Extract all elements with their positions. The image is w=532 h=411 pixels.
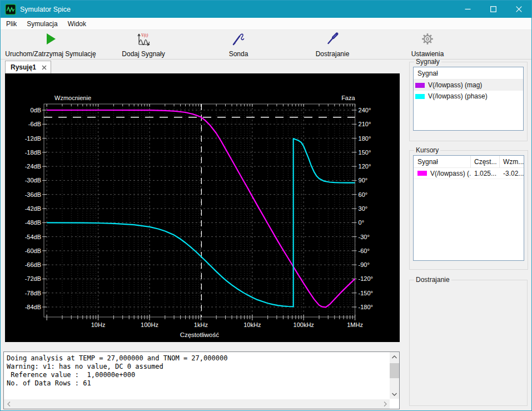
svg-text:0°: 0° bbox=[359, 219, 365, 226]
minimize-icon bbox=[465, 6, 471, 12]
menu-widok[interactable]: Widok bbox=[63, 18, 91, 30]
svg-text:1kHz: 1kHz bbox=[194, 321, 208, 328]
cursor-gain: -3.02... bbox=[500, 170, 524, 177]
cursors-table-header: Sygnał Częst... Wzm... bbox=[414, 156, 524, 168]
app-logo-icon bbox=[5, 4, 16, 15]
tuning-groupbox: Dostrajanie bbox=[409, 276, 528, 406]
minimize-button[interactable] bbox=[455, 1, 480, 18]
signal-row-mag[interactable]: V(/lowpass) (mag) bbox=[414, 80, 523, 91]
scroll-left-button[interactable] bbox=[4, 399, 13, 409]
probe-icon bbox=[231, 31, 246, 47]
svg-text:150°: 150° bbox=[359, 149, 371, 156]
cursor-signal: V(/lowpass) (... bbox=[430, 170, 471, 177]
tuning-group-label: Dostrajanie bbox=[414, 276, 451, 284]
tab-label: Rysuję1 bbox=[11, 63, 36, 71]
run-stop-simulation-button[interactable]: Uruchom/Zatrzymaj Symulację bbox=[1, 31, 101, 58]
scroll-right-button[interactable] bbox=[380, 399, 390, 409]
svg-text:Częstotliwość: Częstotliwość bbox=[180, 331, 220, 338]
svg-text:60°: 60° bbox=[359, 191, 368, 198]
signals-list[interactable]: Sygnał V(/lowpass) (mag) V(/lowpass) (ph… bbox=[413, 67, 524, 131]
svg-text:0dB: 0dB bbox=[30, 107, 41, 113]
signals-groupbox: Sygnały Sygnał V(/lowpass) (mag) V(/lowp… bbox=[409, 58, 528, 141]
probe-button[interactable]: Sonda bbox=[200, 31, 277, 58]
maximize-icon bbox=[490, 6, 496, 12]
svg-text:-48dB: -48dB bbox=[25, 219, 41, 226]
scrollbar-thumb[interactable] bbox=[390, 363, 399, 378]
phase-color-swatch bbox=[415, 94, 425, 99]
svg-text:-60°: -60° bbox=[359, 247, 370, 254]
cursor-color-swatch bbox=[417, 171, 427, 176]
svg-text:Wzmocnienie: Wzmocnienie bbox=[54, 95, 91, 101]
svg-text:-120°: -120° bbox=[359, 275, 373, 282]
svg-text:-42dB: -42dB bbox=[25, 205, 41, 212]
svg-text:120°: 120° bbox=[359, 163, 371, 170]
scroll-up-button[interactable] bbox=[390, 352, 399, 362]
signal-label: V(/lowpass) (phase) bbox=[428, 92, 488, 100]
log-vertical-scrollbar[interactable] bbox=[390, 352, 399, 399]
menu-plik[interactable]: Plik bbox=[1, 18, 22, 30]
signal-row-phase[interactable]: V(/lowpass) (phase) bbox=[414, 91, 523, 102]
cursor-row[interactable]: V(/lowpass) (... 1.025... -3.02... bbox=[414, 168, 524, 179]
maximize-button[interactable] bbox=[480, 1, 506, 18]
menu-symulacja[interactable]: Symulacja bbox=[22, 18, 62, 30]
settings-gear-icon bbox=[421, 31, 434, 47]
svg-text:-30°: -30° bbox=[359, 234, 370, 240]
log-horizontal-scrollbar[interactable] bbox=[4, 399, 390, 409]
tuning-icon bbox=[325, 31, 340, 47]
cursor-frequency: 1.025... bbox=[471, 170, 500, 177]
run-stop-simulation-icon bbox=[44, 31, 57, 47]
svg-text:210°: 210° bbox=[359, 121, 371, 127]
svg-text:-36dB: -36dB bbox=[25, 191, 41, 198]
svg-text:-6dB: -6dB bbox=[28, 121, 41, 127]
svg-text:240°: 240° bbox=[359, 107, 371, 113]
svg-text:-18dB: -18dB bbox=[25, 149, 41, 156]
add-signals-button[interactable]: V(t) Dodaj Sygnały bbox=[100, 31, 187, 58]
column-header-gain[interactable]: Wzm... bbox=[500, 158, 524, 166]
svg-text:180°: 180° bbox=[359, 135, 371, 142]
svg-text:-54dB: -54dB bbox=[25, 234, 41, 240]
tab-rysuje1[interactable]: Rysuję1 bbox=[5, 61, 51, 73]
tab-close-icon[interactable] bbox=[42, 65, 47, 70]
svg-text:-150°: -150° bbox=[359, 290, 373, 296]
svg-text:-78dB: -78dB bbox=[25, 290, 41, 296]
signals-group-label: Sygnały bbox=[414, 58, 441, 66]
svg-text:-72dB: -72dB bbox=[25, 275, 41, 282]
svg-text:-60dB: -60dB bbox=[25, 247, 41, 254]
window-title: Symulator Spice bbox=[20, 6, 71, 13]
column-header-frequency[interactable]: Częst... bbox=[471, 156, 500, 168]
add-signals-icon: V(t) bbox=[135, 31, 152, 47]
svg-text:-90°: -90° bbox=[359, 261, 370, 268]
bode-plot: 0dB-6dB-12dB-18dB-24dB-30dB-36dB-42dB-48… bbox=[5, 73, 400, 342]
close-icon bbox=[516, 6, 522, 12]
svg-text:10kHz: 10kHz bbox=[243, 321, 261, 328]
cursors-group-label: Kursory bbox=[414, 146, 440, 154]
svg-text:100kHz: 100kHz bbox=[294, 321, 314, 328]
menu-bar: Plik Symulacja Widok bbox=[1, 18, 531, 30]
signal-label: V(/lowpass) (mag) bbox=[428, 81, 482, 89]
svg-text:100Hz: 100Hz bbox=[141, 321, 158, 328]
cursors-table[interactable]: Sygnał Częst... Wzm... V(/lowpass) (... … bbox=[413, 155, 524, 261]
close-button[interactable] bbox=[506, 1, 531, 18]
svg-text:-84dB: -84dB bbox=[25, 304, 41, 310]
column-header-signal[interactable]: Sygnał bbox=[414, 156, 471, 168]
cursors-groupbox: Kursory Sygnał Częst... Wzm... V(/lowpas… bbox=[409, 146, 528, 270]
svg-text:-180°: -180° bbox=[359, 304, 373, 310]
scroll-down-button[interactable] bbox=[390, 389, 399, 399]
svg-text:-24dB: -24dB bbox=[25, 163, 41, 170]
svg-text:Faza: Faza bbox=[341, 95, 355, 101]
title-bar: Symulator Spice bbox=[1, 1, 531, 18]
log-console[interactable]: Doing analysis at TEMP = 27,000000 and T… bbox=[3, 351, 400, 409]
settings-button[interactable]: Ustawienia bbox=[389, 31, 466, 58]
svg-text:90°: 90° bbox=[359, 177, 368, 184]
toolbar: Uruchom/Zatrzymaj Symulację V(t) Dodaj S… bbox=[1, 30, 531, 60]
svg-text:10Hz: 10Hz bbox=[91, 321, 106, 328]
svg-text:1MHz: 1MHz bbox=[347, 321, 363, 328]
signals-list-header[interactable]: Sygnał bbox=[414, 67, 523, 80]
tuning-button[interactable]: Dostrajanie bbox=[294, 31, 371, 58]
side-panel: Sygnały Sygnał V(/lowpass) (mag) V(/lowp… bbox=[406, 58, 532, 410]
bode-plot-svg[interactable]: 0dB-6dB-12dB-18dB-24dB-30dB-36dB-42dB-48… bbox=[5, 73, 400, 342]
plot-page: Rysuję1 0dB-6dB-12dB-18dB-24dB-30dB-36dB… bbox=[1, 60, 406, 410]
svg-text:V(t): V(t) bbox=[141, 32, 148, 37]
magnitude-color-swatch bbox=[415, 83, 425, 88]
app-window: Symulator Spice Plik Symulacja Widok Uru… bbox=[0, 0, 532, 411]
